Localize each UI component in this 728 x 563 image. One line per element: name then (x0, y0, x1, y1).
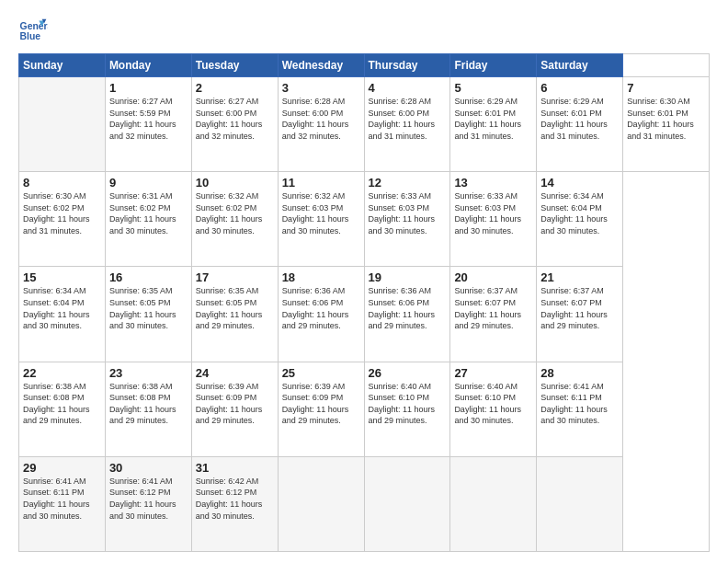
day-info: Sunrise: 6:28 AM Sunset: 6:00 PM Dayligh… (369, 96, 447, 142)
day-info: Sunrise: 6:29 AM Sunset: 6:01 PM Dayligh… (454, 96, 532, 142)
day-number: 29 (23, 461, 101, 475)
day-number: 6 (540, 81, 619, 95)
calendar-week-3: 22Sunrise: 6:38 AM Sunset: 6:08 PM Dayli… (19, 362, 710, 456)
day-info: Sunrise: 6:27 AM Sunset: 5:59 PM Dayligh… (109, 96, 188, 142)
day-number: 22 (23, 366, 101, 380)
day-info: Sunrise: 6:35 AM Sunset: 6:05 PM Dayligh… (109, 285, 188, 331)
calendar-cell: 20Sunrise: 6:37 AM Sunset: 6:07 PM Dayli… (450, 267, 537, 362)
day-info: Sunrise: 6:41 AM Sunset: 6:12 PM Dayligh… (109, 476, 188, 522)
calendar-cell (450, 456, 537, 551)
day-info: Sunrise: 6:30 AM Sunset: 6:02 PM Dayligh… (23, 190, 101, 236)
logo-icon: General Blue (18, 15, 48, 44)
calendar-cell: 5Sunrise: 6:29 AM Sunset: 6:01 PM Daylig… (450, 77, 537, 172)
header-friday: Friday (450, 54, 537, 77)
day-info: Sunrise: 6:34 AM Sunset: 6:04 PM Dayligh… (23, 285, 101, 331)
calendar-cell: 2Sunrise: 6:27 AM Sunset: 6:00 PM Daylig… (191, 77, 278, 172)
day-number: 20 (454, 270, 532, 284)
calendar-cell: 17Sunrise: 6:35 AM Sunset: 6:05 PM Dayli… (191, 267, 278, 362)
day-info: Sunrise: 6:32 AM Sunset: 6:03 PM Dayligh… (282, 190, 360, 236)
calendar-cell: 27Sunrise: 6:40 AM Sunset: 6:10 PM Dayli… (450, 362, 537, 456)
calendar-cell: 12Sunrise: 6:33 AM Sunset: 6:03 PM Dayli… (364, 172, 450, 267)
day-number: 8 (23, 176, 101, 190)
calendar-cell: 1Sunrise: 6:27 AM Sunset: 5:59 PM Daylig… (105, 77, 191, 172)
day-info: Sunrise: 6:36 AM Sunset: 6:06 PM Dayligh… (282, 285, 360, 331)
calendar-cell (537, 456, 623, 551)
day-number: 1 (109, 81, 188, 95)
day-number: 16 (109, 270, 188, 284)
day-number: 7 (627, 81, 705, 95)
day-info: Sunrise: 6:39 AM Sunset: 6:09 PM Dayligh… (196, 381, 274, 427)
day-info: Sunrise: 6:38 AM Sunset: 6:08 PM Dayligh… (23, 381, 101, 427)
header-thursday: Thursday (364, 54, 450, 77)
day-number: 19 (369, 270, 447, 284)
calendar-cell (278, 456, 364, 551)
calendar-week-1: 8Sunrise: 6:30 AM Sunset: 6:02 PM Daylig… (19, 172, 710, 267)
calendar-cell: 28Sunrise: 6:41 AM Sunset: 6:11 PM Dayli… (537, 362, 623, 456)
calendar-cell: 24Sunrise: 6:39 AM Sunset: 6:09 PM Dayli… (191, 362, 278, 456)
calendar-week-0: 1Sunrise: 6:27 AM Sunset: 5:59 PM Daylig… (19, 77, 710, 172)
calendar-cell: 13Sunrise: 6:33 AM Sunset: 6:03 PM Dayli… (450, 172, 537, 267)
day-number: 27 (454, 366, 532, 380)
day-number: 25 (282, 366, 360, 380)
calendar-cell: 9Sunrise: 6:31 AM Sunset: 6:02 PM Daylig… (105, 172, 191, 267)
calendar-cell: 7Sunrise: 6:30 AM Sunset: 6:01 PM Daylig… (623, 77, 710, 172)
day-number: 17 (196, 270, 274, 284)
day-number: 18 (282, 270, 360, 284)
calendar-cell: 19Sunrise: 6:36 AM Sunset: 6:06 PM Dayli… (364, 267, 450, 362)
day-info: Sunrise: 6:31 AM Sunset: 6:02 PM Dayligh… (109, 190, 188, 236)
page: General Blue SundayMondayTuesdayWednesda… (0, 0, 728, 563)
day-info: Sunrise: 6:32 AM Sunset: 6:02 PM Dayligh… (196, 190, 274, 236)
day-number: 15 (23, 270, 101, 284)
day-number: 9 (109, 176, 188, 190)
day-info: Sunrise: 6:30 AM Sunset: 6:01 PM Dayligh… (627, 96, 705, 142)
calendar-cell: 16Sunrise: 6:35 AM Sunset: 6:05 PM Dayli… (105, 267, 191, 362)
day-number: 11 (282, 176, 360, 190)
day-number: 30 (109, 461, 188, 475)
day-number: 24 (196, 366, 274, 380)
calendar-week-2: 15Sunrise: 6:34 AM Sunset: 6:04 PM Dayli… (19, 267, 710, 362)
calendar-header-row: SundayMondayTuesdayWednesdayThursdayFrid… (19, 54, 710, 77)
calendar-week-4: 29Sunrise: 6:41 AM Sunset: 6:11 PM Dayli… (19, 456, 710, 551)
calendar-cell: 25Sunrise: 6:39 AM Sunset: 6:09 PM Dayli… (278, 362, 364, 456)
day-info: Sunrise: 6:33 AM Sunset: 6:03 PM Dayligh… (369, 190, 447, 236)
day-info: Sunrise: 6:35 AM Sunset: 6:05 PM Dayligh… (196, 285, 274, 331)
calendar-cell: 8Sunrise: 6:30 AM Sunset: 6:02 PM Daylig… (19, 172, 106, 267)
day-number: 28 (540, 366, 619, 380)
calendar-cell: 14Sunrise: 6:34 AM Sunset: 6:04 PM Dayli… (537, 172, 623, 267)
calendar-cell: 22Sunrise: 6:38 AM Sunset: 6:08 PM Dayli… (19, 362, 106, 456)
day-number: 31 (196, 461, 274, 475)
calendar-cell: 30Sunrise: 6:41 AM Sunset: 6:12 PM Dayli… (105, 456, 191, 551)
day-number: 5 (454, 81, 532, 95)
header-monday: Monday (105, 54, 191, 77)
svg-text:Blue: Blue (20, 31, 41, 41)
logo: General Blue (18, 15, 48, 44)
calendar-cell (19, 77, 106, 172)
day-number: 14 (540, 176, 619, 190)
header-sunday: Sunday (19, 54, 106, 77)
day-info: Sunrise: 6:37 AM Sunset: 6:07 PM Dayligh… (454, 285, 532, 331)
header-tuesday: Tuesday (191, 54, 278, 77)
calendar-cell: 21Sunrise: 6:37 AM Sunset: 6:07 PM Dayli… (537, 267, 623, 362)
calendar-cell: 10Sunrise: 6:32 AM Sunset: 6:02 PM Dayli… (191, 172, 278, 267)
day-info: Sunrise: 6:34 AM Sunset: 6:04 PM Dayligh… (540, 190, 619, 236)
calendar-cell: 31Sunrise: 6:42 AM Sunset: 6:12 PM Dayli… (191, 456, 278, 551)
day-number: 21 (540, 270, 619, 284)
day-number: 2 (196, 81, 274, 95)
day-info: Sunrise: 6:27 AM Sunset: 6:00 PM Dayligh… (196, 96, 274, 142)
calendar-table: SundayMondayTuesdayWednesdayThursdayFrid… (18, 53, 710, 552)
day-info: Sunrise: 6:40 AM Sunset: 6:10 PM Dayligh… (454, 381, 532, 427)
day-info: Sunrise: 6:40 AM Sunset: 6:10 PM Dayligh… (369, 381, 447, 427)
calendar-cell: 3Sunrise: 6:28 AM Sunset: 6:00 PM Daylig… (278, 77, 364, 172)
day-number: 26 (369, 366, 447, 380)
calendar-cell: 11Sunrise: 6:32 AM Sunset: 6:03 PM Dayli… (278, 172, 364, 267)
day-number: 23 (109, 366, 188, 380)
calendar-cell: 15Sunrise: 6:34 AM Sunset: 6:04 PM Dayli… (19, 267, 106, 362)
calendar-cell: 29Sunrise: 6:41 AM Sunset: 6:11 PM Dayli… (19, 456, 106, 551)
calendar-cell: 23Sunrise: 6:38 AM Sunset: 6:08 PM Dayli… (105, 362, 191, 456)
day-number: 3 (282, 81, 360, 95)
day-info: Sunrise: 6:36 AM Sunset: 6:06 PM Dayligh… (369, 285, 447, 331)
day-info: Sunrise: 6:42 AM Sunset: 6:12 PM Dayligh… (196, 476, 274, 522)
day-info: Sunrise: 6:41 AM Sunset: 6:11 PM Dayligh… (23, 476, 101, 522)
calendar-cell: 6Sunrise: 6:29 AM Sunset: 6:01 PM Daylig… (537, 77, 623, 172)
header: General Blue (18, 15, 710, 44)
